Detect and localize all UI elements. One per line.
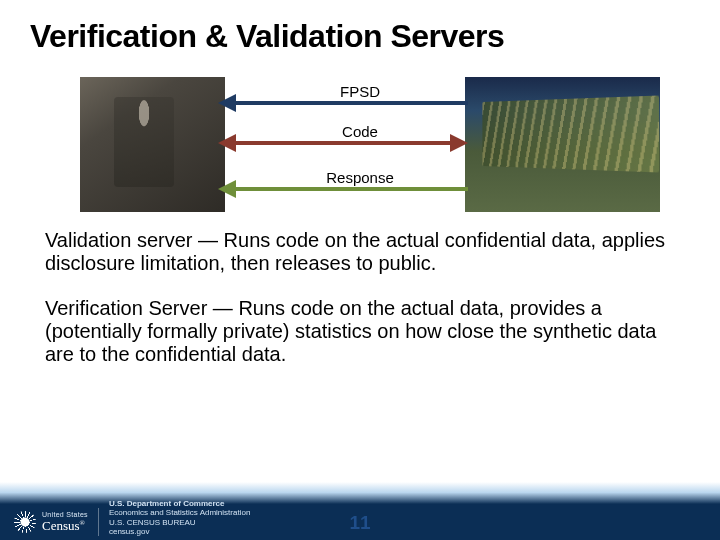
dept-line4: census.gov	[109, 527, 250, 536]
left-photo	[80, 77, 225, 212]
census-logo: United States Census®	[14, 511, 88, 536]
footer-inner: United States Census® U.S. Department of…	[14, 499, 250, 536]
starburst-icon	[14, 511, 36, 533]
slide-title: Verification & Validation Servers	[0, 0, 720, 63]
dept-block: U.S. Department of Commerce Economics an…	[109, 499, 250, 536]
arrow-left-icon	[218, 134, 236, 152]
dept-line3: U.S. CENSUS BUREAU	[109, 518, 250, 527]
footer-band: United States Census® U.S. Department of…	[0, 482, 720, 540]
arrow-line	[236, 187, 468, 191]
body-text: Validation server — Runs code on the act…	[0, 227, 720, 366]
right-photo	[465, 77, 660, 212]
dept-line2: Economics and Statistics Administration	[109, 508, 250, 517]
dept-line1: U.S. Department of Commerce	[109, 499, 250, 508]
arrow-left-icon	[218, 94, 236, 112]
arrow-left-icon	[218, 180, 236, 198]
arrow-line	[236, 141, 450, 145]
arrow-right-icon	[450, 134, 468, 152]
label-code: Code	[342, 123, 378, 140]
paragraph-validation: Validation server — Runs code on the act…	[45, 229, 675, 275]
paragraph-verification: Verification Server — Runs code on the a…	[45, 297, 675, 366]
census-word: Census®	[42, 519, 88, 534]
label-fpsd: FPSD	[340, 83, 380, 100]
page-number: 11	[349, 512, 370, 534]
label-response: Response	[326, 169, 394, 186]
footer-divider	[98, 508, 99, 536]
diagram-area: FPSD Code Response	[0, 67, 720, 227]
arrow-line	[236, 101, 468, 105]
